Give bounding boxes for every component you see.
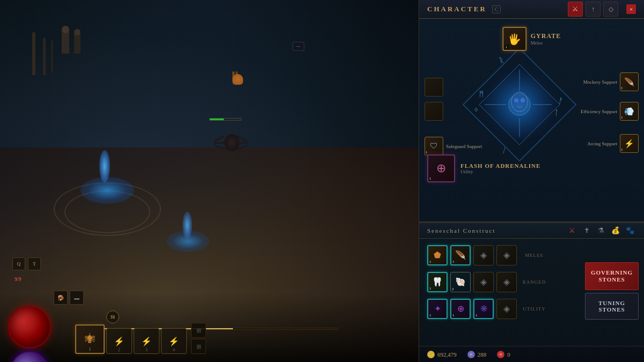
melee-slot-4[interactable]: ◈ — [496, 245, 517, 265]
left-node-2[interactable] — [425, 102, 443, 121]
ranged-slot-2-level: 2 — [452, 287, 454, 291]
utility-skill-icon[interactable]: ⊕ 1 — [427, 154, 455, 182]
main-skill-row: 🖐 1 GYRATE Melee — [502, 27, 561, 51]
utility-slot-2[interactable]: ⊕ 1 — [450, 299, 471, 319]
seneschal-icon-sword[interactable]: ⚔ — [566, 225, 578, 237]
blue-pillar-2 — [182, 212, 192, 239]
utility-slot-3[interactable]: ❋ 1 — [473, 299, 494, 319]
utility-slot-4[interactable]: ◈ — [496, 299, 517, 319]
utility-slot-1[interactable]: ✦ 1 — [427, 299, 448, 319]
arcing-icon[interactable]: ⚡ 1 — [620, 134, 639, 153]
resource-orb — [11, 351, 48, 362]
melee-slot-1[interactable]: ⬟ 1 — [427, 245, 448, 265]
right-buttons: GOVERNING STONES TUNING STONES — [580, 239, 644, 343]
melee-slot-3[interactable]: ◈ — [473, 245, 494, 265]
seneschal-title: Seneschal Construct — [427, 227, 496, 234]
svg-text:ᛗ: ᛗ — [479, 90, 484, 98]
skills-icon-btn[interactable]: ↑ — [586, 2, 601, 17]
seneschal-icon-crossbow[interactable]: ✝ — [581, 225, 592, 237]
ranged-slot-4[interactable]: ◈ — [496, 272, 517, 292]
utility-slot-2-level: 1 — [452, 313, 455, 317]
ranged-slot-3[interactable]: ◈ — [473, 272, 494, 292]
t-slot[interactable]: T — [28, 257, 41, 270]
close-button[interactable]: × — [626, 4, 636, 14]
arcing-support-node: Arcing Support ⚡ 1 — [587, 134, 639, 153]
small-slot-2[interactable]: ▬ — [70, 291, 84, 305]
npc-head-1 — [62, 26, 69, 33]
gem-icon: ● — [467, 351, 475, 358]
ranged-slot-2[interactable]: 🐚 2 — [450, 272, 471, 292]
player-character — [209, 118, 252, 161]
utility-skill-container: ⊕ 1 FLASH OF ADRENALINE Utility — [427, 154, 540, 182]
health-orb — [8, 306, 51, 349]
skill-slot-4[interactable]: ⚡ 4 — [161, 328, 187, 354]
melee-slot-2-level: 1 — [452, 260, 455, 264]
passives-icon-btn[interactable]: ◇ — [603, 2, 618, 17]
skill-slot-3[interactable]: ⚡ 3 — [134, 328, 159, 354]
leg-2 — [214, 142, 224, 144]
melee-label: MELEE — [519, 253, 549, 258]
panel-title: CHARACTER — [427, 5, 487, 13]
blue-pillar-1 — [99, 150, 110, 182]
icon-slot-a[interactable]: ⊞ — [191, 323, 206, 338]
right-panel: CHARACTER C ⚔ ↑ ◇ × — [419, 0, 644, 362]
gold-icon: ● — [427, 351, 435, 358]
skill-slot-2-number: 2 — [118, 348, 120, 352]
ranged-slot-1[interactable]: 🦷 1 — [427, 272, 448, 292]
utility-skill-type: Utility — [460, 169, 540, 174]
main-skill-icon[interactable]: 🖐 1 — [502, 27, 526, 51]
icon-slot-b[interactable]: ⊞ — [191, 339, 206, 354]
tuning-stones-button[interactable]: TUNING STONES — [585, 293, 639, 320]
svg-text:ᛁ: ᛁ — [500, 146, 507, 156]
svg-text:ᛚ: ᛚ — [554, 109, 559, 117]
skill-slot-4-number: 4 — [173, 348, 175, 352]
utility-skill-name: FLASH OF ADRENALINE — [460, 162, 540, 169]
seneschal-icon-potion[interactable]: ⚗ — [595, 225, 607, 237]
character-icon-btn[interactable]: ⚔ — [568, 2, 583, 17]
svg-text:ᛜ: ᛜ — [474, 106, 478, 114]
svg-point-13 — [511, 92, 528, 112]
mockery-icon[interactable]: 🪶 1 — [620, 72, 639, 91]
character-panel: CHARACTER C ⚔ ↑ ◇ × — [419, 0, 644, 223]
svg-text:ᚱ: ᚱ — [498, 56, 505, 65]
npc-1 — [62, 29, 69, 54]
efficiency-support-node: Efficiency Support 💨 1 — [581, 102, 639, 121]
main-skill-name: GYRATE — [531, 32, 561, 40]
level-badge: 31 — [106, 311, 119, 323]
seneschal-icon-bag[interactable]: 💰 — [610, 225, 621, 237]
gem-currency: ● 288 — [467, 351, 487, 358]
small-slot-1[interactable]: 🪤 — [54, 291, 68, 305]
skill-slot-2[interactable]: ⚡ 2 — [106, 328, 132, 354]
game-world: ··· Q T 9/9 🪤 ▬ — [0, 0, 419, 362]
seneschal-main: ⬟ 1 🪶 1 ◈ ◈ MELEE — [419, 239, 644, 343]
orb-area: Q T 9/9 🪤 ▬ — [8, 306, 51, 351]
seneschal-icons: ⚔ ✝ ⚗ 💰 🐾 — [566, 225, 636, 237]
skill-slot-1[interactable]: 🕷 1 — [75, 324, 105, 354]
leg-1 — [214, 135, 225, 143]
melee-slot-2[interactable]: 🪶 1 — [450, 245, 471, 265]
extra-icon-slots: ⊞ ⊞ — [191, 323, 206, 354]
ranged-label: RANGED — [519, 279, 549, 285]
governing-stones-button[interactable]: GOVERNING STONES — [585, 262, 639, 290]
npc-2 — [74, 32, 80, 54]
left-node-1[interactable] — [425, 78, 443, 97]
seneschal-icon-pet[interactable]: 🐾 — [624, 225, 636, 237]
skill-bar: 🕷 1 ⚡ 2 ⚡ 3 ⚡ 4 ⊞ ⊞ — [75, 323, 206, 354]
safeguard-support-node: 🛡 1 Safeguard Support — [425, 137, 482, 156]
enemy-health-fill — [210, 119, 224, 120]
header-buttons: ⚔ ↑ ◇ — [568, 2, 618, 17]
main-skill-level: 1 — [504, 45, 509, 49]
svg-point-15 — [521, 98, 525, 102]
utility-slot-1-level: 1 — [429, 313, 431, 317]
q-slot[interactable]: Q — [12, 257, 25, 270]
mockery-support-node: Mockery Support 🪶 1 — [583, 72, 639, 91]
pole-3 — [51, 40, 53, 72]
spider-body-container — [209, 121, 252, 161]
red-amount: 0 — [507, 351, 510, 358]
safeguard-label: Safeguard Support — [446, 144, 482, 149]
utility-slot-3-level: 1 — [475, 313, 478, 317]
npc-head-2 — [74, 29, 80, 35]
hud-bottom: Q T 9/9 🪤 ▬ 31 — [0, 292, 419, 362]
efficiency-icon[interactable]: 💨 1 — [620, 102, 639, 121]
safeguard-icon[interactable]: 🛡 1 — [425, 137, 443, 156]
